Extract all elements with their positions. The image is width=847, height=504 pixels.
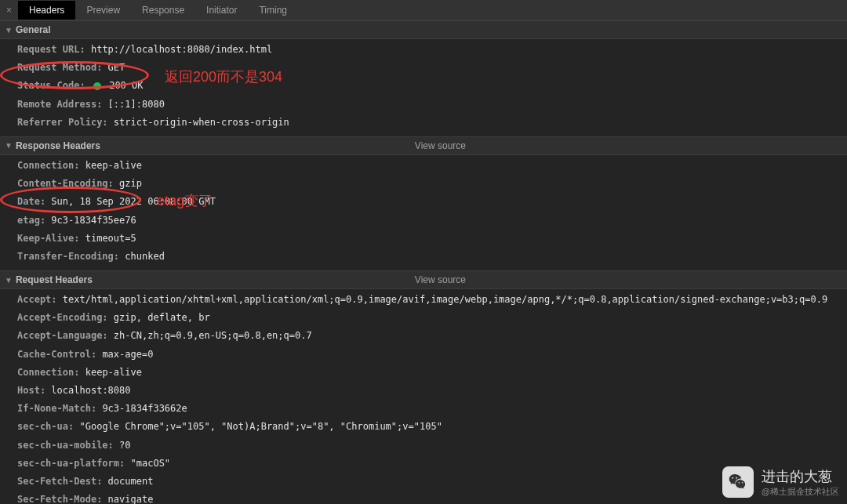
label: Accept-Language: <box>17 330 108 341</box>
value: max-age=0 <box>102 349 153 360</box>
section-general-body: Request URL: http://localhost:8080/index… <box>0 39 847 136</box>
label: Status Code: <box>17 80 85 91</box>
watermark-sub: @稀土掘金技术社区 <box>762 486 839 498</box>
label: Cache-Control: <box>17 349 96 360</box>
row-referrer-policy: Referrer Policy: strict-origin-when-cros… <box>17 114 847 132</box>
watermark-title: 进击的大葱 <box>762 467 839 486</box>
row-content-encoding: Content-Encoding: gzip <box>17 175 847 193</box>
view-source-link[interactable]: View source <box>415 140 466 151</box>
section-title: General <box>16 24 51 35</box>
chevron-down-icon: ▼ <box>5 26 13 34</box>
watermark-text: 进击的大葱 @稀土掘金技术社区 <box>762 467 839 498</box>
row-accept-encoding: Accept-Encoding: gzip, deflate, br <box>17 309 847 327</box>
tab-response[interactable]: Response <box>131 1 195 20</box>
value: zh-CN,zh;q=0.9,en-US;q=0.8,en;q=0.7 <box>114 330 312 341</box>
row-cache-control: Cache-Control: max-age=0 <box>17 346 847 364</box>
tab-headers[interactable]: Headers <box>18 1 75 20</box>
row-connection: Connection: keep-alive <box>17 157 847 175</box>
value: localhost:8080 <box>51 385 130 396</box>
watermark: 进击的大葱 @稀土掘金技术社区 <box>722 466 839 498</box>
value: 200 OK <box>109 80 143 91</box>
label: Connection: <box>17 160 79 171</box>
chevron-down-icon: ▼ <box>5 141 13 150</box>
value: GET <box>108 62 125 73</box>
value: gzip <box>119 178 142 189</box>
label: Connection: <box>17 367 79 378</box>
row-accept-language: Accept-Language: zh-CN,zh;q=0.9,en-US;q=… <box>17 327 847 345</box>
label: If-None-Match: <box>17 403 96 414</box>
label: Accept: <box>17 294 57 305</box>
row-if-none-match: If-None-Match: 9c3-1834f33662e <box>17 400 847 418</box>
devtools-tabs: × Headers Preview Response Initiator Tim… <box>0 0 847 20</box>
value: http://localhost:8080/index.html <box>91 44 272 55</box>
wechat-icon <box>722 466 754 498</box>
row-host: Host: localhost:8080 <box>17 382 847 400</box>
value: "Google Chrome";v="105", "Not)A;Brand";v… <box>79 421 442 432</box>
section-title: Request Headers <box>16 274 93 285</box>
label: sec-ch-ua: <box>17 421 74 432</box>
annotation-text-etag: etag变了 <box>157 191 213 210</box>
label: Referrer Policy: <box>17 117 108 128</box>
label: Request URL: <box>17 44 85 55</box>
section-title: Response Headers <box>16 140 100 151</box>
value: [::1]:8080 <box>108 99 165 110</box>
label: Host: <box>17 385 45 396</box>
section-response-headers-body: Connection: keep-alive Content-Encoding:… <box>0 155 847 270</box>
row-sec-ch-ua: sec-ch-ua: "Google Chrome";v="105", "Not… <box>17 418 847 436</box>
row-accept: Accept: text/html,application/xhtml+xml,… <box>17 291 847 309</box>
value: ?0 <box>119 440 130 451</box>
row-remote-address: Remote Address: [::1]:8080 <box>17 96 847 114</box>
value: "macOS" <box>131 458 171 469</box>
label: Request Method: <box>17 62 102 73</box>
tab-timing[interactable]: Timing <box>248 1 298 20</box>
row-request-url: Request URL: http://localhost:8080/index… <box>17 41 847 59</box>
value: keep-alive <box>85 367 142 378</box>
status-dot-icon <box>93 82 101 90</box>
annotation-text-status: 返回200而不是304 <box>165 67 282 86</box>
row-request-method: Request Method: GET <box>17 59 847 77</box>
section-request-headers-header[interactable]: ▼ Request Headers View source <box>0 270 847 289</box>
row-connection: Connection: keep-alive <box>17 364 847 382</box>
value: strict-origin-when-cross-origin <box>114 117 289 128</box>
label: Date: <box>17 196 45 207</box>
label: sec-ch-ua-platform: <box>17 458 125 469</box>
label: etag: <box>17 215 45 226</box>
tab-initiator[interactable]: Initiator <box>195 1 248 20</box>
value: keep-alive <box>85 160 142 171</box>
row-sec-ch-ua-mobile: sec-ch-ua-mobile: ?0 <box>17 437 847 455</box>
value: timeout=5 <box>85 233 136 244</box>
row-date: Date: Sun, 18 Sep 2022 06:08:00 GMT <box>17 193 847 211</box>
value: navigate <box>108 494 154 504</box>
value: chunked <box>125 251 165 262</box>
section-response-headers-header[interactable]: ▼ Response Headers View source <box>0 136 847 155</box>
row-status-code: Status Code: 200 OK <box>17 77 847 95</box>
value: gzip, deflate, br <box>114 312 210 323</box>
label: Content-Encoding: <box>17 178 114 189</box>
label: Sec-Fetch-Mode: <box>17 494 102 504</box>
value: text/html,application/xhtml+xml,applicat… <box>63 294 827 305</box>
label: Keep-Alive: <box>17 233 79 244</box>
value: 9c3-1834f35ee76 <box>51 215 136 226</box>
label: Transfer-Encoding: <box>17 251 119 262</box>
section-general-header[interactable]: ▼ General <box>0 20 847 39</box>
label: Accept-Encoding: <box>17 312 108 323</box>
value: document <box>108 476 154 487</box>
label: Sec-Fetch-Dest: <box>17 476 102 487</box>
view-source-link[interactable]: View source <box>415 274 466 285</box>
row-etag: etag: 9c3-1834f35ee76 <box>17 212 847 230</box>
row-transfer-encoding: Transfer-Encoding: chunked <box>17 248 847 266</box>
chevron-down-icon: ▼ <box>5 276 13 285</box>
value: 9c3-1834f33662e <box>102 403 187 414</box>
tab-preview[interactable]: Preview <box>75 1 131 20</box>
row-keep-alive: Keep-Alive: timeout=5 <box>17 230 847 248</box>
label: Remote Address: <box>17 99 102 110</box>
label: sec-ch-ua-mobile: <box>17 440 114 451</box>
close-icon[interactable]: × <box>0 5 18 16</box>
section-request-headers-body: Accept: text/html,application/xhtml+xml,… <box>0 289 847 504</box>
